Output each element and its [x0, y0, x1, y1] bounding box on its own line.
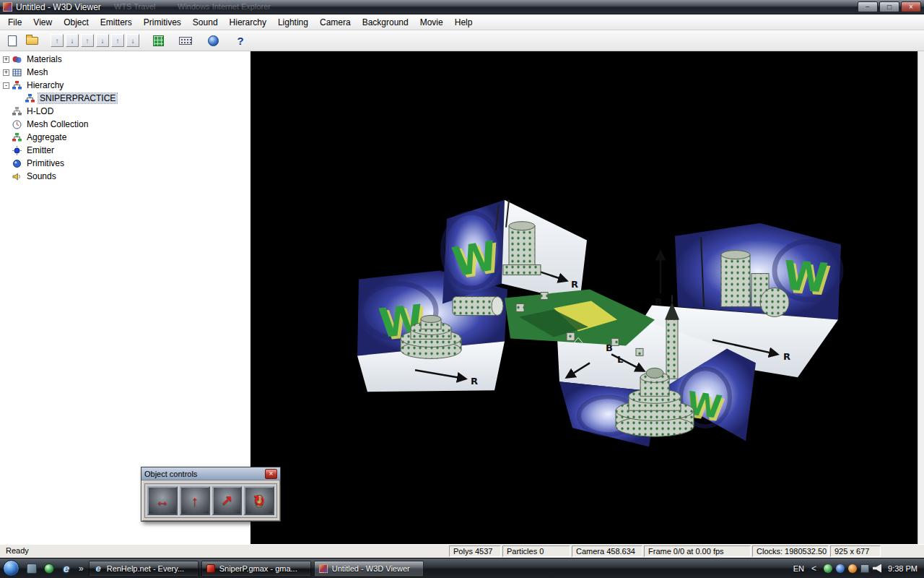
anim-control-3-button[interactable]: ↑	[81, 34, 94, 47]
menu-movie[interactable]: Movie	[414, 15, 449, 30]
menu-background[interactable]: Background	[357, 15, 414, 30]
start-button[interactable]	[3, 560, 19, 577]
menu-sound[interactable]: Sound	[187, 15, 224, 30]
tree-item-hlod[interactable]: H-LOD	[0, 105, 250, 118]
direction-letter: B	[655, 296, 662, 307]
language-indicator[interactable]: EN	[793, 564, 804, 573]
expander-icon[interactable]: +	[3, 69, 9, 76]
menu-help[interactable]: Help	[449, 15, 479, 30]
anim-control-1-button[interactable]: ↑	[51, 34, 64, 47]
menu-lighting[interactable]: Lighting	[272, 15, 314, 30]
help-button[interactable]: ?	[232, 33, 249, 49]
translate-horizontal-button[interactable]: ↔	[147, 486, 178, 515]
keyboard-icon	[179, 37, 192, 45]
maximize-button[interactable]: □	[879, 1, 899, 12]
expander-icon[interactable]: -	[3, 82, 9, 89]
menu-hierarchy[interactable]: Hierarchy	[224, 15, 272, 30]
input-controls-button[interactable]	[177, 33, 194, 49]
viewport-3d-scene[interactable]: W W R	[250, 51, 918, 544]
tree-item-mesh-collection[interactable]: Mesh Collection	[0, 118, 250, 131]
object-controls-dialog[interactable]: Object controls × ↔ ↑ ↗ ↻	[141, 467, 281, 522]
anim-control-2-button[interactable]: ↓	[66, 34, 79, 47]
translate-diagonal-button[interactable]: ↗	[212, 486, 243, 515]
taskbar-button-gmax[interactable]: SniperP.gmax - gma...	[201, 561, 311, 577]
menu-bar: File View Object Emitters Primitives Sou…	[0, 14, 924, 30]
menu-camera[interactable]: Camera	[314, 15, 357, 30]
new-file-button[interactable]	[4, 33, 21, 49]
background-sphere-icon	[208, 35, 219, 46]
object-controls-titlebar[interactable]: Object controls ×	[141, 467, 280, 480]
taskbar-button-w3d-viewer[interactable]: Untitled - W3D Viewer	[314, 561, 424, 577]
tree-item-label: Sounds	[25, 171, 58, 181]
tray-chevron[interactable]: <	[811, 564, 816, 574]
tower-top	[503, 222, 541, 275]
background-window-title-fragment: Windows Internet Explorer	[178, 2, 271, 11]
expander-icon[interactable]: +	[3, 56, 9, 63]
tree-item-hierarchy[interactable]: - Hierarchy	[0, 79, 250, 92]
menu-primitives[interactable]: Primitives	[138, 15, 187, 30]
direction-letter: R	[783, 351, 790, 362]
menu-file[interactable]: File	[2, 15, 27, 30]
mesh-icon	[12, 67, 22, 78]
clock[interactable]: 9:38 PM	[888, 564, 918, 573]
menu-object[interactable]: Object	[58, 15, 95, 30]
tree-item-aggregate[interactable]: Aggregate	[0, 131, 250, 144]
viewport-3d[interactable]: W W R	[250, 51, 918, 544]
menu-emitters[interactable]: Emitters	[95, 15, 138, 30]
internet-explorer-icon: e	[96, 563, 101, 574]
tree-item-sniperpractice[interactable]: SNIPERPRACTICE	[0, 92, 250, 105]
aggregate-icon	[12, 132, 22, 143]
mesh-collection-icon	[12, 119, 22, 130]
gmax-icon	[206, 564, 215, 573]
menu-view[interactable]: View	[27, 15, 58, 30]
tray-app-icon[interactable]	[848, 564, 857, 573]
volume-icon[interactable]	[873, 564, 881, 573]
open-file-button[interactable]	[23, 33, 40, 49]
background-object-button[interactable]	[204, 33, 222, 49]
anim-control-6-button[interactable]: ↓	[126, 34, 139, 47]
cylinder-prop	[453, 297, 503, 316]
direction-letter: L	[617, 354, 623, 365]
tree-item-label: Aggregate	[25, 132, 68, 142]
close-button[interactable]: ×	[901, 1, 921, 12]
tree-item-mesh[interactable]: + Mesh	[0, 66, 250, 79]
quick-launch-icon	[27, 564, 37, 574]
tray-app-icon[interactable]	[824, 564, 832, 573]
taskbar-button-renhelp[interactable]: e RenHelp.net - Every...	[89, 561, 199, 577]
hlod-icon	[12, 106, 22, 117]
status-particles: Particles 0	[502, 545, 570, 557]
anim-control-5-button[interactable]: ↑	[111, 34, 124, 47]
media-orb-icon	[44, 564, 54, 574]
status-frame: Frame 0/0 at 0.00 fps	[644, 545, 751, 557]
display-icon[interactable]	[860, 564, 869, 573]
tray-app-icon[interactable]	[836, 564, 845, 573]
help-icon: ?	[237, 35, 243, 47]
tree-item-primitives[interactable]: Primitives	[0, 157, 250, 170]
object-controls-close-button[interactable]: ×	[265, 469, 277, 479]
quick-launch-item[interactable]: e	[58, 561, 74, 577]
window-title: Untitled - W3D Viewer	[16, 2, 101, 12]
tree-item-materials[interactable]: + Materials	[0, 53, 250, 66]
tree-item-label: Mesh	[25, 67, 49, 77]
tree-item-label: Emitter	[25, 145, 56, 155]
quick-launch-item[interactable]	[24, 561, 40, 577]
object-controls-title: Object controls	[144, 470, 197, 478]
tree-item-label: H-LOD	[25, 106, 55, 116]
rotate-object-button[interactable]: ↻	[244, 486, 274, 515]
sounds-speaker-icon	[12, 171, 22, 182]
status-bar: Ready Polys 4537 Particles 0 Camera 458.…	[0, 544, 924, 558]
main-area: + Materials + Mesh - Hierarchy SNIPERPRA…	[0, 51, 924, 544]
tree-item-sounds[interactable]: Sounds	[0, 170, 250, 183]
emitter-icon	[12, 145, 22, 156]
anim-control-4-button[interactable]: ↓	[96, 34, 109, 47]
minimize-button[interactable]: −	[858, 1, 878, 12]
tree-item-emitter[interactable]: Emitter	[0, 144, 250, 157]
render-options-button[interactable]	[149, 33, 167, 49]
tree-item-label: Primitives	[25, 158, 66, 168]
quick-launch-overflow-chevron[interactable]: »	[79, 564, 84, 574]
diagonal-arrow-icon: ↗	[221, 492, 233, 509]
tree-item-label: Hierarchy	[25, 80, 65, 90]
translate-vertical-button[interactable]: ↑	[180, 486, 210, 515]
quick-launch-item[interactable]	[41, 561, 57, 577]
toolbar: ↑ ↓ ↑ ↓ ↑ ↓ ?	[0, 30, 924, 51]
